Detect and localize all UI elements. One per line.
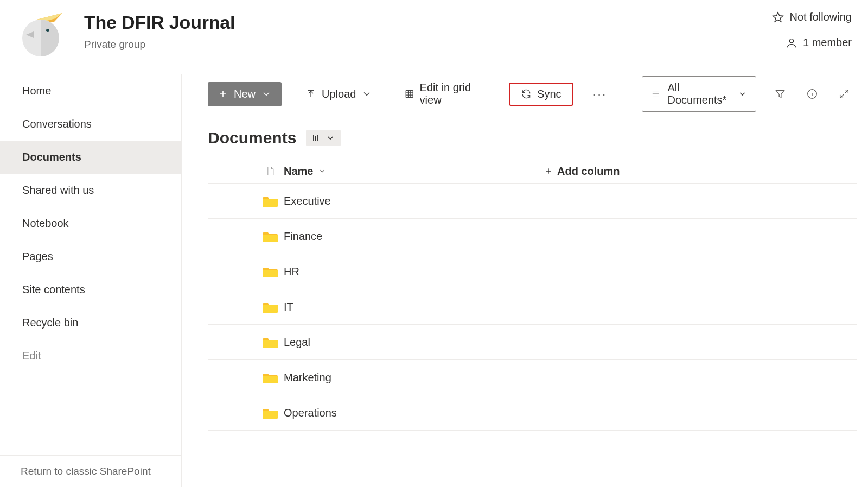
page-title: Documents: [208, 129, 296, 147]
folder-icon: [257, 336, 284, 348]
document-table: Name Add column Executive: [208, 159, 857, 431]
file-type-icon[interactable]: [257, 165, 284, 178]
folder-icon: [257, 407, 284, 419]
sidebar: Home Conversations Documents Shared with…: [0, 74, 182, 487]
new-button[interactable]: New: [208, 82, 282, 106]
svg-rect-4: [406, 91, 413, 98]
row-name[interactable]: Legal: [284, 336, 544, 349]
edit-grid-button[interactable]: Edit in grid view: [396, 76, 494, 112]
row-name[interactable]: HR: [284, 266, 544, 278]
site-title[interactable]: The DFIR Journal: [84, 12, 235, 33]
column-header-name[interactable]: Name: [284, 165, 544, 178]
row-name[interactable]: IT: [284, 301, 544, 313]
row-name[interactable]: Finance: [284, 230, 544, 243]
command-bar: New Upload Edit in grid view Sync ··· Al…: [208, 74, 857, 113]
sidebar-item-shared[interactable]: Shared with us: [0, 174, 181, 207]
sidebar-item-site-contents[interactable]: Site contents: [0, 273, 181, 306]
sidebar-item-edit[interactable]: Edit: [0, 339, 181, 373]
add-column-button[interactable]: Add column: [544, 165, 620, 178]
table-row[interactable]: Marketing: [208, 360, 857, 395]
sync-button[interactable]: Sync: [509, 83, 573, 106]
sidebar-item-recycle-bin[interactable]: Recycle bin: [0, 306, 181, 339]
table-row[interactable]: HR: [208, 254, 857, 289]
expand-button[interactable]: [836, 84, 853, 104]
row-name[interactable]: Operations: [284, 407, 544, 419]
folder-icon: [257, 301, 284, 313]
svg-point-3: [789, 39, 793, 42]
folder-icon: [257, 371, 284, 383]
members-button[interactable]: 1 member: [786, 36, 852, 49]
folder-icon: [257, 195, 284, 207]
return-classic-link[interactable]: Return to classic SharePoint: [0, 455, 181, 487]
folder-icon: [257, 266, 284, 277]
library-view-button[interactable]: [306, 130, 341, 146]
sidebar-item-home[interactable]: Home: [0, 74, 181, 108]
upload-button[interactable]: Upload: [297, 83, 381, 106]
row-name[interactable]: Marketing: [284, 371, 544, 384]
sidebar-item-notebook[interactable]: Notebook: [0, 207, 181, 240]
sidebar-item-documents[interactable]: Documents: [0, 141, 181, 174]
filter-button[interactable]: [771, 84, 788, 104]
members-label: 1 member: [803, 36, 852, 49]
table-row[interactable]: IT: [208, 289, 857, 325]
follow-label: Not following: [789, 11, 852, 23]
more-actions-button[interactable]: ···: [589, 86, 611, 102]
row-name[interactable]: Executive: [284, 195, 544, 207]
follow-button[interactable]: Not following: [772, 11, 852, 23]
table-row[interactable]: Legal: [208, 325, 857, 360]
folder-icon: [257, 230, 284, 242]
svg-point-1: [46, 29, 49, 32]
table-row[interactable]: Finance: [208, 219, 857, 254]
site-header: The DFIR Journal Private group Not follo…: [0, 0, 868, 74]
view-selector[interactable]: All Documents*: [642, 76, 757, 112]
site-logo[interactable]: [16, 8, 71, 62]
sidebar-item-pages[interactable]: Pages: [0, 240, 181, 273]
table-header: Name Add column: [208, 159, 857, 184]
main-content: New Upload Edit in grid view Sync ··· Al…: [182, 74, 868, 487]
table-row[interactable]: Executive: [208, 184, 857, 219]
sidebar-item-conversations[interactable]: Conversations: [0, 108, 181, 141]
table-row[interactable]: Operations: [208, 395, 857, 431]
info-button[interactable]: [804, 84, 821, 104]
site-subtitle: Private group: [84, 39, 235, 51]
